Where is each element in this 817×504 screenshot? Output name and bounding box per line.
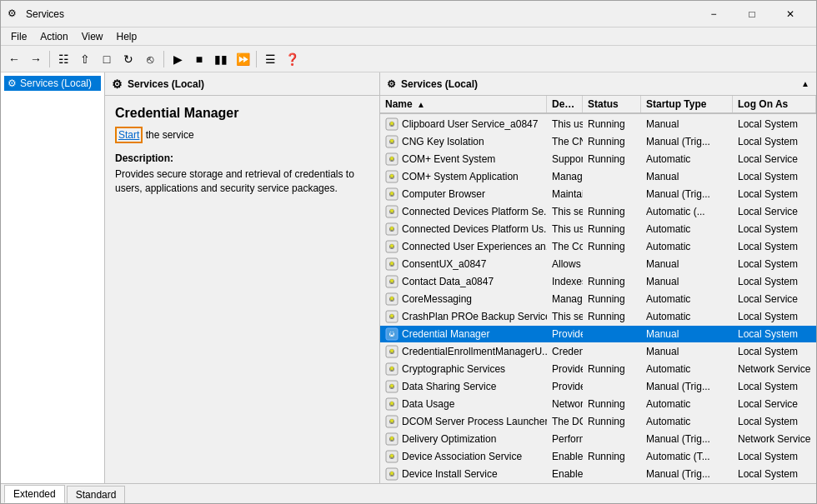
table-row[interactable]: Connected User Experiences an...The Conn… <box>380 238 816 256</box>
maximize-button[interactable]: □ <box>733 1 771 27</box>
table-row[interactable]: CoreMessagingManages co...RunningAutomat… <box>380 291 816 308</box>
right-panel-title: Services (Local) <box>401 78 478 90</box>
column-header-description[interactable]: Description <box>547 96 583 112</box>
start-service-link[interactable]: Start <box>115 127 143 143</box>
table-row[interactable]: CNG Key IsolationThe CNG ke...RunningMan… <box>380 133 816 151</box>
service-description: The DCOML... <box>547 413 583 430</box>
table-row[interactable]: Delivery OptimizationPerforms co...Manua… <box>380 431 816 448</box>
back-button[interactable]: ← <box>4 49 24 69</box>
menu-action[interactable]: Action <box>33 27 74 46</box>
menu-help[interactable]: Help <box>110 27 144 46</box>
refresh[interactable]: ↻ <box>118 49 138 69</box>
column-header-startup-type[interactable]: Startup Type <box>641 96 733 112</box>
service-description: Provides da... <box>547 378 583 395</box>
tab-standard[interactable]: Standard <box>67 486 126 503</box>
show-hide-console-tree[interactable]: ☷ <box>53 49 73 69</box>
table-row[interactable]: Device Association ServiceEnables pair..… <box>380 448 816 466</box>
table-row[interactable]: ConsentUX_a0847Allows Con...ManualLocal … <box>380 256 816 273</box>
minimize-button[interactable]: − <box>694 1 733 27</box>
tab-extended[interactable]: Extended <box>4 485 65 503</box>
table-row[interactable]: Data Sharing ServiceProvides da...Manual… <box>380 378 816 396</box>
service-name-text: CNG Key Isolation <box>402 136 484 147</box>
service-log-on-as: Local System <box>733 378 816 395</box>
service-startup-type: Automatic <box>641 291 733 307</box>
stop-service-btn[interactable]: ■ <box>189 49 209 69</box>
service-status <box>583 466 641 482</box>
content-area: ⚙ Services (Local) ⚙ Services (Local) Cr… <box>1 72 816 483</box>
start-service-text: the service <box>143 129 193 141</box>
column-header-name[interactable]: Name ▲ <box>380 96 547 112</box>
column-header-status[interactable]: Status <box>583 96 641 112</box>
table-row[interactable]: CredentialEnrollmentManagerU...Credentia… <box>380 343 816 361</box>
service-name-text: COM+ Event System <box>402 153 495 165</box>
menu-file[interactable]: File <box>4 27 33 46</box>
service-description: Maintains a... <box>547 186 583 202</box>
service-name-text: Data Usage <box>402 398 454 410</box>
properties-btn[interactable]: ☰ <box>260 49 280 69</box>
table-body: Client License Service (ClipSVC)Provides… <box>380 98 816 483</box>
service-description: Provides thr... <box>547 361 583 377</box>
table-row[interactable]: Clipboard User Service_a0847This user se… <box>380 116 816 133</box>
table-row[interactable]: Cryptographic ServicesProvides thr...Run… <box>380 361 816 378</box>
column-header-log-on-as[interactable]: Log On As <box>733 96 816 112</box>
table-row[interactable]: Computer BrowserMaintains a...Manual (Tr… <box>380 186 816 203</box>
pause-service-btn[interactable]: ▮▮ <box>211 49 231 69</box>
service-log-on-as: Local System <box>733 273 816 290</box>
restart-service-btn[interactable]: ⏩ <box>233 49 253 69</box>
menu-view[interactable]: View <box>75 27 110 46</box>
service-status: Running <box>583 291 641 307</box>
services-table[interactable]: Name ▲ Description Status Startup Type L… <box>380 96 816 483</box>
service-startup-type: Automatic (T... <box>641 448 733 465</box>
help-btn[interactable]: ❓ <box>282 49 302 69</box>
service-status <box>583 256 641 272</box>
close-button[interactable]: ✕ <box>771 1 809 27</box>
service-status: Running <box>583 203 641 220</box>
service-startup-type: Manual <box>641 273 733 290</box>
service-description: Manages th... <box>547 168 583 185</box>
service-log-on-as: Local System <box>733 326 816 342</box>
table-row[interactable]: DCOM Server Process LauncherThe DCOML...… <box>380 413 816 431</box>
forward-button[interactable]: → <box>26 49 46 69</box>
service-description: This user ser... <box>547 221 583 237</box>
service-name-text: Connected Devices Platform Us... <box>402 223 547 235</box>
service-name-text: CredentialEnrollmentManagerU... <box>402 346 547 357</box>
tree-item-services-local[interactable]: ⚙ Services (Local) <box>4 76 101 91</box>
service-log-on-as: Local System <box>733 238 816 255</box>
table-row[interactable]: Data UsageNetwork da...RunningAutomaticL… <box>380 396 816 413</box>
start-service-btn[interactable]: ▶ <box>168 49 188 69</box>
service-startup-type: Manual (Trig... <box>641 133 733 150</box>
service-log-on-as: Local System <box>733 448 816 465</box>
service-startup-type: Automatic (... <box>641 203 733 220</box>
service-log-on-as: Local System <box>733 413 816 430</box>
service-name-text: Computer Browser <box>402 188 485 200</box>
service-name-text: CoreMessaging <box>402 293 472 305</box>
service-description: Enables a c... <box>547 466 583 482</box>
table-row[interactable]: Connected Devices Platform Se...This ser… <box>380 203 816 221</box>
new-window[interactable]: □ <box>97 49 117 69</box>
service-description: Credential E... <box>547 343 583 360</box>
table-row[interactable]: Credential ManagerProvides se...ManualLo… <box>380 326 816 343</box>
service-log-on-as: Local System <box>733 186 816 202</box>
service-description: Supports Sy... <box>547 151 583 167</box>
service-status: Running <box>583 448 641 465</box>
service-log-on-as: Local System <box>733 256 816 272</box>
service-name-text: Data Sharing Service <box>402 381 496 392</box>
service-log-on-as: Local Service <box>733 151 816 167</box>
service-startup-type: Manual (Trig... <box>641 378 733 395</box>
service-startup-type: Manual <box>641 168 733 185</box>
service-description: Network da... <box>547 396 583 412</box>
service-status: Running <box>583 396 641 412</box>
service-log-on-as: Local System <box>733 116 816 132</box>
table-row[interactable]: Connected Devices Platform Us...This use… <box>380 221 816 238</box>
table-row[interactable]: COM+ Event SystemSupports Sy...RunningAu… <box>380 151 816 168</box>
table-row[interactable]: COM+ System ApplicationManages th...Manu… <box>380 168 816 186</box>
up-one-level[interactable]: ⇧ <box>75 49 95 69</box>
table-row[interactable]: CrashPlan PROe Backup ServiceThis servic… <box>380 308 816 326</box>
right-panel-header: ⚙ Services (Local) ▲ <box>380 72 816 96</box>
table-row[interactable]: Device Install ServiceEnables a c...Manu… <box>380 466 816 483</box>
service-startup-type: Automatic <box>641 396 733 412</box>
table-row[interactable]: Contact Data_a0847Indexes con...RunningM… <box>380 273 816 291</box>
service-description: This user ser... <box>547 116 583 132</box>
service-log-on-as: Local System <box>733 168 816 185</box>
export-list[interactable]: ⎋ <box>140 49 160 69</box>
